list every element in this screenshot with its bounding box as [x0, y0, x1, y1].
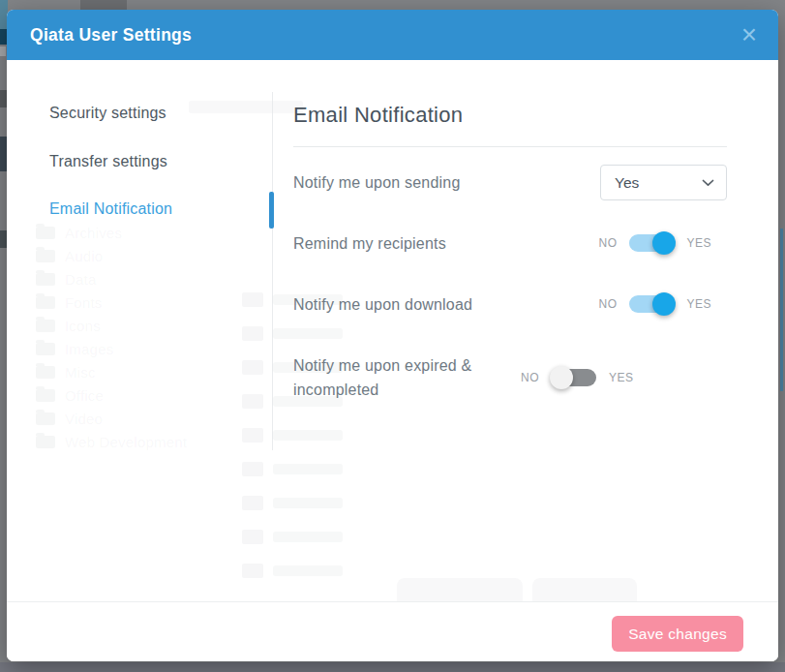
chevron-down-icon	[702, 179, 714, 187]
ghost-folder-row: Fonts	[36, 290, 187, 314]
ghost-folder-label: Office	[65, 387, 104, 404]
select-value: Yes	[615, 174, 639, 192]
setting-row-notify-expired: Notify me upon expired & incompleted NO …	[293, 352, 727, 403]
close-icon[interactable]: ×	[741, 21, 757, 48]
ghost-folder-list: Archives Audio Data Fonts Icons Images M…	[36, 221, 187, 453]
toggle-off-label: NO	[598, 297, 617, 311]
ghost-folder-label: Web Development	[65, 434, 187, 450]
folder-icon	[242, 462, 263, 476]
user-settings-modal: Qiata User Settings × Archives Audio Dat…	[7, 10, 778, 661]
folder-icon	[242, 530, 263, 544]
toggle-off-label: NO	[598, 236, 617, 250]
setting-label: Notify me upon download	[293, 292, 598, 317]
panel-heading: Email Notification	[293, 103, 463, 128]
background-artifact	[189, 101, 303, 113]
folder-icon	[242, 394, 263, 409]
ghost-folder-row: Archives	[36, 221, 187, 244]
ghost-folder-label: Archives	[65, 225, 122, 241]
ghost-folder-row: Icons	[36, 314, 187, 337]
folder-icon	[242, 326, 263, 341]
ghost-folder-label: Video	[65, 411, 103, 427]
folder-icon	[242, 292, 263, 307]
folder-icon	[36, 250, 55, 262]
setting-row-notify-download: Notify me upon download NO YES	[293, 290, 727, 318]
toggle-knob	[550, 366, 573, 389]
ghost-folder-label: Fonts	[65, 294, 103, 311]
folder-icon	[242, 564, 263, 578]
toggle-knob	[652, 292, 676, 316]
ghost-folder-label: Misc	[65, 364, 96, 381]
background-artifact	[80, 0, 127, 10]
setting-label: Notify me upon sending	[293, 170, 600, 195]
background-artifact	[780, 229, 783, 391]
screen: Qiata User Settings × Archives Audio Dat…	[0, 0, 785, 672]
folder-icon	[36, 343, 55, 355]
modal-body: Archives Audio Data Fonts Icons Images M…	[7, 60, 778, 601]
ghost-folder-label: Data	[65, 271, 97, 288]
modal-footer: Save changes	[7, 601, 778, 661]
folder-icon	[242, 496, 263, 510]
background-artifact	[0, 46, 6, 56]
setting-row-notify-sending: Notify me upon sending Yes	[293, 165, 727, 200]
save-changes-button[interactable]: Save changes	[612, 616, 743, 652]
modal-title: Qiata User Settings	[30, 25, 192, 46]
active-tab-indicator	[269, 192, 274, 229]
toggle-group: NO YES	[598, 295, 711, 313]
setting-row-remind-recipients: Remind my recipients NO YES	[293, 229, 727, 257]
sidebar-divider	[272, 92, 273, 450]
sidebar-item-security-settings[interactable]: Security settings	[49, 103, 166, 124]
ghost-folder-row: Web Development	[36, 430, 187, 453]
folder-icon	[36, 273, 55, 286]
sidebar-item-email-notification[interactable]: Email Notification	[49, 199, 172, 220]
folder-icon	[36, 412, 55, 425]
sidebar-item-transfer-settings[interactable]: Transfer settings	[49, 151, 167, 172]
folder-icon	[36, 389, 55, 402]
toggle-on-label: YES	[609, 371, 634, 384]
ghost-folder-label: Images	[65, 341, 113, 357]
heading-divider	[293, 146, 727, 147]
ghost-folder-row: Images	[36, 337, 187, 360]
folder-icon	[36, 436, 55, 448]
background-artifact	[0, 662, 785, 672]
folder-icon	[36, 320, 55, 332]
folder-icon	[36, 296, 55, 309]
ghost-folder-row: Misc	[36, 360, 187, 383]
remind-recipients-toggle[interactable]	[629, 234, 674, 252]
ghost-folder-label: Audio	[65, 248, 103, 264]
email-notification-panel: Email Notification Notify me upon sendin…	[293, 60, 727, 601]
folder-icon	[242, 360, 263, 375]
toggle-off-label: NO	[521, 371, 539, 384]
modal-header: Qiata User Settings ×	[7, 10, 778, 60]
toggle-group: NO YES	[598, 234, 711, 252]
ghost-folder-row: Audio	[36, 244, 187, 267]
ghost-folder-row: Video	[36, 407, 187, 430]
folder-icon	[36, 227, 55, 239]
toggle-knob	[652, 231, 676, 255]
toggle-on-label: YES	[686, 297, 711, 311]
setting-label: Notify me upon expired & incompleted	[293, 353, 521, 402]
ghost-folder-label: Icons	[65, 318, 101, 334]
setting-label: Remind my recipients	[293, 231, 598, 256]
ghost-folder-row: Data	[36, 267, 187, 290]
toggle-on-label: YES	[686, 236, 711, 250]
notify-expired-toggle[interactable]	[552, 369, 596, 386]
notify-sending-select[interactable]: Yes	[600, 165, 727, 200]
notify-download-toggle[interactable]	[629, 295, 674, 313]
toggle-group: NO YES	[521, 369, 634, 386]
folder-icon	[242, 428, 263, 443]
ghost-folder-row: Office	[36, 383, 187, 407]
folder-icon	[36, 366, 55, 379]
